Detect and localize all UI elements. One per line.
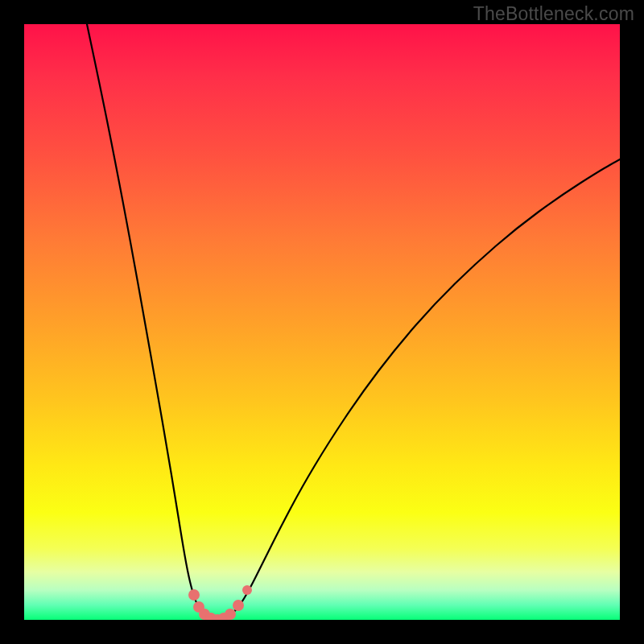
curve-layer: [24, 24, 620, 620]
chart-stage: TheBottleneck.com: [0, 0, 644, 644]
trough-marker: [188, 589, 200, 601]
right-branch-path: [216, 159, 620, 620]
watermark-text: TheBottleneck.com: [473, 3, 634, 25]
plot-area: [24, 24, 620, 620]
trough-marker: [242, 585, 252, 595]
left-branch-path: [87, 24, 216, 620]
trough-marker: [233, 600, 244, 611]
trough-marker: [225, 609, 236, 620]
trough-markers: [188, 585, 252, 620]
